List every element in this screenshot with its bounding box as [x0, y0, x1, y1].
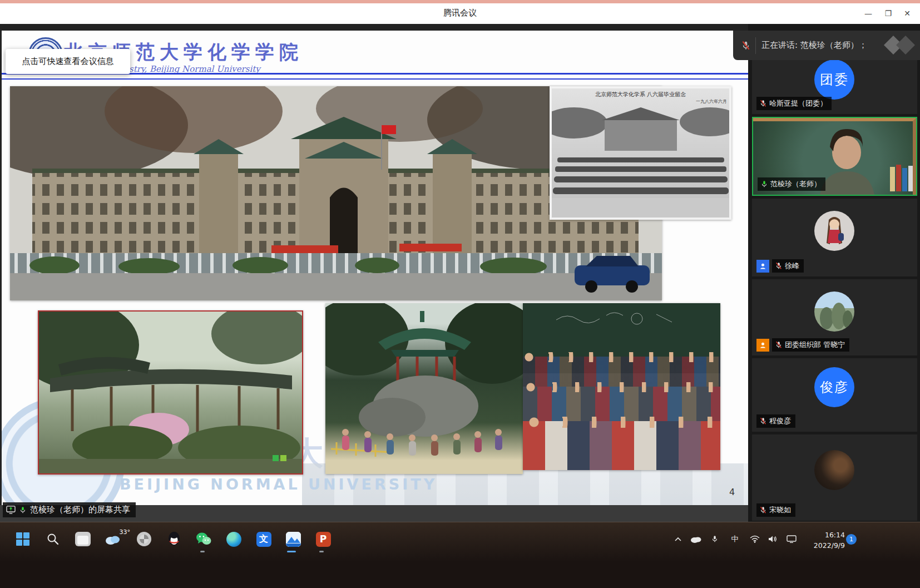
titlebar: 腾讯会议 — ❐ ✕ — [0, 3, 920, 24]
tray-date: 2022/9/9 — [805, 541, 845, 551]
speaking-label: 正在讲话: 范棱珍（老师）； — [761, 40, 867, 51]
active-app-indicator — [287, 551, 296, 552]
tray-time: 16:14 — [805, 530, 845, 541]
wechat-icon[interactable] — [194, 530, 213, 549]
participant-tile-3[interactable]: 徐峰 — [752, 199, 917, 276]
file-explorer-icon[interactable] — [73, 530, 92, 549]
tray-display-icon[interactable] — [784, 533, 799, 545]
mic-on-icon — [760, 180, 768, 188]
mic-muted-icon — [759, 100, 767, 107]
participant-name-badge: 哈斯亚提（团委） — [756, 97, 832, 110]
bw-photo-caption-right: 一九八六年六月 — [696, 98, 727, 105]
meeting-info-tooltip: 点击可快速查看会议信息 — [6, 49, 130, 74]
shared-screen-slide: 北京师范大学化学学院 stry, Beijing Normal Universi… — [2, 31, 748, 505]
watermark-text: BEIJING NORMAL UNIVERSITY — [120, 476, 437, 493]
participant-name-badge: 范棱珍（老师） — [758, 177, 825, 191]
participant-tile-4[interactable]: 团委组织部 管晓宁 — [752, 279, 917, 355]
logo-shape-icon — [896, 36, 915, 55]
mic-muted-icon — [759, 506, 767, 514]
share-banner-text: 范棱珍（老师）的屏幕共享 — [30, 505, 130, 515]
speaking-indicator-bar: 正在讲话: 范棱珍（老师）； — [733, 31, 920, 60]
avatar-photo — [814, 291, 854, 332]
participant-tile-5[interactable]: 俊彦 程俊彦 — [752, 358, 917, 432]
avatar-initials: 俊彦 — [814, 367, 854, 407]
screen-share-banner: 范棱珍（老师）的屏幕共享 — [3, 502, 136, 517]
tray-volume-icon[interactable] — [765, 533, 780, 545]
start-button[interactable] — [13, 530, 32, 549]
participant-name-badge: 宋晓如 — [756, 503, 795, 517]
photo-pavilion-dancers — [325, 303, 523, 474]
mic-muted-icon — [775, 262, 783, 270]
mic-muted-icon — [759, 417, 767, 425]
participant-name-badge: 团委组织部 管晓宁 — [772, 338, 849, 352]
divider — [755, 37, 756, 54]
open-app-indicator — [200, 551, 205, 552]
person-icon — [759, 342, 766, 349]
mic-muted-icon — [741, 41, 751, 51]
bw-photo-caption: 北京师范大学化学系 八六届毕业留念 — [552, 91, 729, 98]
window-title: 腾讯会议 — [0, 8, 920, 18]
weather-widget-icon[interactable]: 33° — [103, 530, 122, 549]
participant-tile-6[interactable]: 宋晓如 — [752, 434, 917, 521]
docs-app-icon[interactable]: 文 — [254, 530, 273, 549]
tray-wifi-icon[interactable] — [748, 533, 762, 545]
role-badge-blue — [756, 260, 769, 273]
participant-tile-1[interactable]: 团委 哈斯亚提（团委） — [752, 53, 917, 114]
photo-classroom-group — [523, 303, 720, 470]
tray-mic-icon[interactable] — [708, 533, 722, 545]
role-badge-orange — [756, 339, 769, 352]
avatar-initials: 团委 — [814, 60, 854, 100]
restore-button[interactable]: ❐ — [880, 6, 897, 21]
tray-cloud-icon[interactable] — [689, 533, 703, 545]
app-knot-icon[interactable] — [135, 530, 154, 549]
participant-tile-2-video[interactable]: 范棱珍（老师） — [752, 117, 917, 196]
edge-browser-icon[interactable] — [224, 530, 243, 549]
screen-share-icon — [6, 506, 16, 514]
close-button[interactable]: ✕ — [899, 6, 916, 21]
open-app-indicator — [319, 551, 324, 552]
slide-page-number: 4 — [729, 487, 735, 497]
search-icon[interactable] — [43, 530, 62, 549]
mic-muted-icon — [775, 341, 783, 349]
photo-bw-graduation: 北京师范大学化学系 八六届毕业留念 一九八六年六月 — [550, 86, 731, 220]
photo-garden-corridor — [38, 310, 303, 475]
tray-ime-indicator[interactable]: 中 — [728, 533, 742, 545]
minimize-button[interactable]: — — [860, 6, 877, 21]
mic-on-icon — [19, 506, 27, 514]
qq-icon[interactable] — [165, 530, 184, 549]
photos-app-icon[interactable] — [284, 530, 303, 549]
powerpoint-icon[interactable]: P — [314, 530, 333, 549]
participant-name-badge: 程俊彦 — [756, 414, 795, 428]
person-icon — [759, 263, 766, 270]
tray-chevron-icon[interactable] — [671, 533, 685, 545]
notification-badge[interactable]: 1 — [846, 534, 857, 545]
avatar-photo — [814, 450, 854, 490]
tray-clock[interactable]: 16:14 2022/9/9 — [805, 530, 845, 551]
avatar-photo — [814, 211, 854, 251]
weather-temp: 33° — [120, 528, 131, 536]
participant-name-badge: 徐峰 — [772, 259, 804, 273]
